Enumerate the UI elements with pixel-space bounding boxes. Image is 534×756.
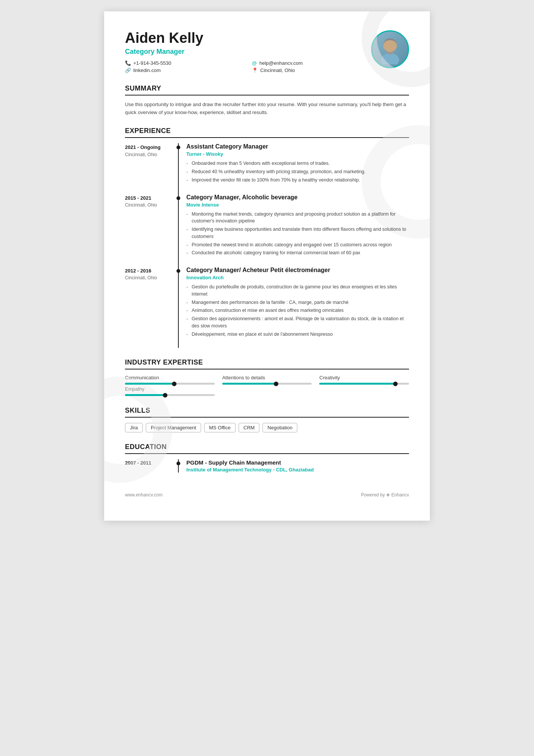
- exp-date-1: 2015 - 2021: [125, 195, 174, 202]
- exp-job-title-0: Assistant Category Manager: [186, 143, 409, 150]
- skill-tag-0: Jira: [125, 423, 143, 432]
- skill-tag-3: CRM: [239, 423, 260, 432]
- expertise-item-0: Communication: [125, 375, 215, 385]
- skills-title: SKILLS: [125, 407, 409, 418]
- exp-right-2: Category Manager/ Acheteur Petit électro…: [178, 267, 409, 348]
- exp-left-1: 2015 - 2021Cincinnati, Ohio: [125, 194, 178, 267]
- contact-email: @ help@enhancv.com: [252, 60, 371, 66]
- linkedin-value: linkedin.com: [133, 67, 161, 73]
- resume-page: Aiden Kelly Category Manager 📞 +1-914-34…: [104, 11, 430, 521]
- expertise-thumb-extra-0: [163, 393, 167, 398]
- exp-bullets-0: Onboarded more than 5 Vendors with excep…: [186, 160, 409, 183]
- exp-bullet: Animation, construction et mise en avant…: [186, 307, 409, 314]
- enhancv-heart-icon: ⟡: [386, 491, 390, 498]
- brand-name: Enhancv: [391, 492, 409, 498]
- exp-company-2: Innovation Arch: [186, 275, 409, 280]
- experience-title: EXPERIENCE: [125, 127, 409, 138]
- summary-section: SUMMARY Use this opportunity to intrigue…: [125, 85, 409, 117]
- exp-right-1: Category Manager, Alcoholic beverage Mov…: [178, 194, 409, 267]
- edu-left-0: 2007 - 2011: [125, 459, 178, 473]
- exp-bullet: Gestion du portefeuille de produits, con…: [186, 283, 409, 298]
- exp-location-2: Cincinnati, Ohio: [125, 275, 174, 280]
- skill-tag-4: Negotiation: [262, 423, 297, 432]
- exp-bullet: Reduced 40 % unhealthy inventory with pr…: [186, 168, 409, 175]
- skill-tag-1: Project Management: [146, 423, 201, 432]
- expertise-thumb-2: [393, 382, 398, 386]
- candidate-title: Category Manager: [125, 48, 371, 56]
- expertise-fill-0: [125, 383, 174, 385]
- expertise-fill-2: [319, 383, 395, 385]
- exp-bullet: Conducted the alcoholic category trainin…: [186, 249, 409, 257]
- industry-expertise-title: INDUSTRY EXPERTISE: [125, 358, 409, 369]
- exp-bullet: Identifying new business opportunities a…: [186, 226, 409, 240]
- email-value: help@enhancv.com: [259, 60, 303, 66]
- svg-point-1: [381, 53, 399, 64]
- exp-job-title-1: Category Manager, Alcoholic beverage: [186, 194, 409, 201]
- header: Aiden Kelly Category Manager 📞 +1-914-34…: [125, 30, 409, 73]
- exp-bullet: Onboarded more than 5 Vendors with excep…: [186, 160, 409, 167]
- industry-expertise-section: INDUSTRY EXPERTISE Communication Attenti…: [125, 358, 409, 396]
- edu-right-0: PGDM - Supply Chain Management Institute…: [178, 459, 409, 473]
- edu-degree-0: PGDM - Supply Chain Management: [186, 459, 409, 466]
- expertise-label-2: Creativity: [319, 375, 409, 380]
- phone-value: +1-914-345-5530: [133, 60, 171, 66]
- contact-linkedin: 🔗 linkedin.com: [125, 67, 244, 73]
- exp-bullet: Promoted the newest trend in alcoholic c…: [186, 241, 409, 249]
- expertise-thumb-1: [274, 382, 278, 386]
- header-left: Aiden Kelly Category Manager 📞 +1-914-34…: [125, 30, 371, 73]
- expertise-row-2: Empathy: [125, 386, 409, 396]
- powered-by-label: Powered by: [361, 492, 385, 498]
- exp-company-0: Turner - Wisoky: [186, 151, 409, 157]
- location-value: Cincinnati, Ohio: [260, 67, 295, 73]
- exp-bullet: Développement, mise en place et suivi de…: [186, 331, 409, 338]
- expertise-track-0: [125, 383, 215, 385]
- contact-phone: 📞 +1-914-345-5530: [125, 60, 244, 66]
- exp-bullet: Monitoring the market trends, category d…: [186, 211, 409, 225]
- expertise-label-0: Communication: [125, 375, 215, 380]
- contact-grid: 📞 +1-914-345-5530 @ help@enhancv.com 🔗 l…: [125, 60, 371, 73]
- exp-date-2: 2012 - 2016: [125, 268, 174, 274]
- location-icon: 📍: [252, 67, 258, 73]
- summary-text: Use this opportunity to intrigue and dra…: [125, 101, 409, 117]
- candidate-name: Aiden Kelly: [125, 30, 371, 46]
- education-title: EDUCATION: [125, 443, 409, 454]
- expertise-label-1: Attentions to details: [222, 375, 312, 380]
- experience-grid: 2021 - OngoingCincinnati, Ohio Assistant…: [125, 143, 409, 348]
- expertise-fill-extra-0: [125, 394, 165, 396]
- exp-location-0: Cincinnati, Ohio: [125, 152, 174, 157]
- expertise-item-1: Attentions to details: [222, 375, 312, 385]
- education-grid: 2007 - 2011 PGDM - Supply Chain Manageme…: [125, 459, 409, 473]
- exp-bullet: Management des performances de la famill…: [186, 299, 409, 306]
- edu-date-0: 2007 - 2011: [125, 460, 178, 466]
- expertise-track-extra-0: [125, 394, 215, 396]
- expertise-row-1: Communication Attentions to details Crea…: [125, 375, 409, 385]
- footer-url: www.enhancv.com: [125, 492, 162, 498]
- summary-title: SUMMARY: [125, 85, 409, 95]
- contact-location: 📍 Cincinnati, Ohio: [252, 67, 371, 73]
- email-icon: @: [252, 60, 257, 66]
- exp-job-title-2: Category Manager/ Acheteur Petit électro…: [186, 267, 409, 274]
- expertise-label-extra-0: Empathy: [125, 386, 215, 392]
- avatar: [371, 30, 409, 68]
- edu-institution-0: Institute of Management Technology - CDL…: [186, 467, 409, 473]
- exp-date-0: 2021 - Ongoing: [125, 144, 174, 151]
- footer: www.enhancv.com Powered by ⟡ Enhancv: [125, 488, 409, 498]
- exp-bullets-1: Monitoring the market trends, category d…: [186, 211, 409, 257]
- skills-section: SKILLS JiraProject ManagementMS OfficeCR…: [125, 407, 409, 432]
- exp-company-1: Movie Intense: [186, 202, 409, 208]
- exp-bullet: Gestion des approvisionnements : amont e…: [186, 315, 409, 330]
- expertise-grid: Communication Attentions to details Crea…: [125, 375, 409, 396]
- expertise-fill-1: [222, 383, 276, 385]
- education-section: EDUCATION 2007 - 2011 PGDM - Supply Chai…: [125, 443, 409, 473]
- exp-bullets-2: Gestion du portefeuille de produits, con…: [186, 283, 409, 338]
- phone-icon: 📞: [125, 60, 131, 66]
- exp-bullet: Improved the vendor fill rate to 100% fr…: [186, 177, 409, 184]
- expertise-item-extra-0: Empathy: [125, 386, 215, 396]
- expertise-item-2: Creativity: [319, 375, 409, 385]
- footer-powered: Powered by ⟡ Enhancv: [361, 491, 409, 498]
- exp-left-0: 2021 - OngoingCincinnati, Ohio: [125, 143, 178, 194]
- expertise-thumb-0: [172, 382, 176, 386]
- linkedin-icon: 🔗: [125, 67, 131, 73]
- skill-tag-2: MS Office: [204, 423, 236, 432]
- skills-tags: JiraProject ManagementMS OfficeCRMNegoti…: [125, 423, 409, 432]
